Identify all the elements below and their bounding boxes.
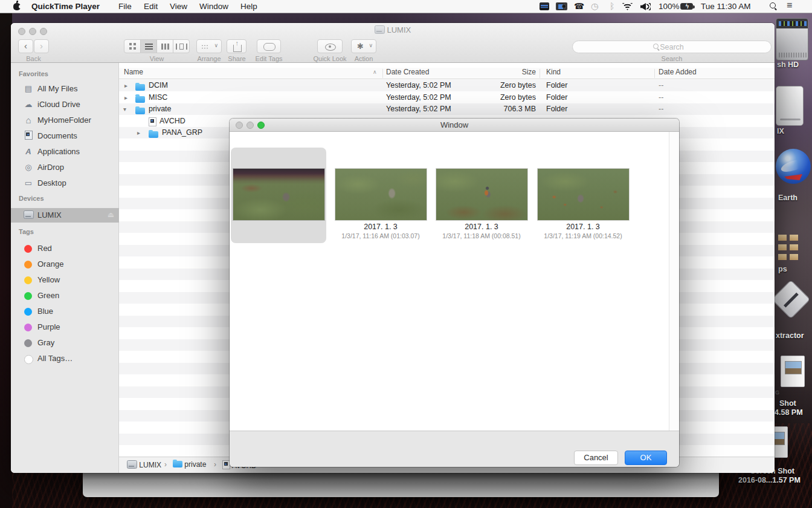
device-status-icon[interactable] (540, 2, 549, 10)
sidebar-tag-green[interactable]: Green (11, 288, 119, 303)
sidebar-item-desktop[interactable]: ▭ Desktop (11, 176, 119, 190)
google-earth-label[interactable]: Earth (778, 194, 798, 202)
sidebar-tag-yellow[interactable]: Yellow (11, 273, 119, 287)
column-header-name[interactable]: Name (124, 68, 143, 76)
wifi-icon[interactable] (622, 3, 633, 10)
column-header-date-created[interactable]: Date Created (386, 68, 429, 76)
column-header-date-added[interactable]: Date Added (659, 68, 697, 76)
spotlight-icon[interactable] (770, 2, 778, 10)
ok-button[interactable]: OK (625, 451, 667, 465)
disclosure-closed-icon[interactable]: ▸ (124, 92, 127, 104)
table-row-dcim[interactable]: ▸ DCIM Yesterday, 5:02 PM Zero bytes Fol… (119, 80, 775, 92)
clip-item-4[interactable]: 2017. 1. 3 1/3/17, 11:19 AM (00:14.52) (535, 148, 631, 264)
phone-status-icon[interactable]: ☎ (574, 1, 584, 11)
clip-thumbnail[interactable] (436, 169, 527, 220)
view-icons-segment[interactable] (124, 40, 141, 53)
quick-look-button[interactable] (317, 39, 343, 53)
chips-app-icon[interactable] (778, 235, 799, 262)
screen: sh HD IX Earth ps xtractor G Shot 4.58 P… (0, 0, 812, 508)
disclosure-closed-icon[interactable]: ▸ (137, 127, 140, 139)
clip-item-2[interactable]: 2017. 1. 3 1/3/17, 11:16 AM (01:03.07) (333, 148, 428, 264)
sidebar-item-applications[interactable]: A Applications (11, 145, 119, 159)
battery-icon[interactable]: ϟ (680, 3, 693, 10)
clip-thumbnail[interactable] (538, 169, 629, 220)
clip-thumbnail[interactable] (233, 169, 324, 220)
column-divider[interactable] (654, 69, 655, 78)
view-columns-segment[interactable] (157, 40, 173, 53)
view-list-segment[interactable] (141, 40, 157, 53)
table-row-misc[interactable]: ▸ MISC Yesterday, 5:02 PM Zero bytes Fol… (119, 92, 775, 104)
minimize-button[interactable] (246, 122, 254, 129)
google-earth-icon[interactable] (776, 149, 811, 184)
menu-view[interactable]: View (170, 2, 187, 11)
screenshot-file-icon-1[interactable] (781, 356, 805, 387)
clip-item-3[interactable]: 2017. 1. 3 1/3/17, 11:18 AM (00:08.51) (434, 148, 529, 264)
sidebar-tag-orange[interactable]: Orange (11, 257, 119, 272)
search-input[interactable] (572, 41, 772, 53)
sidebar-tag-purple[interactable]: Purple (11, 320, 119, 334)
sidebar-tag-blue[interactable]: Blue (11, 304, 119, 319)
path-item-lumix[interactable]: LUMIX (127, 460, 161, 469)
share-label: Share (224, 55, 250, 62)
sidebar-item-lumix-device[interactable]: LUMIX ⏏ (11, 208, 119, 223)
macintosh-hd-icon[interactable] (776, 18, 808, 60)
path-item-private[interactable]: private (173, 460, 206, 469)
edit-tags-button[interactable] (257, 39, 281, 53)
search-icon (653, 44, 660, 50)
eject-icon[interactable]: ⏏ (108, 210, 114, 219)
sidebar-item-all-my-files[interactable]: ▤ All My Files (11, 82, 119, 96)
sidebar-item-icloud-drive[interactable]: ☁ iCloud Drive (11, 97, 119, 112)
scrollbar[interactable] (669, 132, 679, 431)
extractor-app-label[interactable]: xtractor (776, 331, 804, 340)
menu-bar-clock[interactable]: Tue 11:30 AM (701, 2, 751, 11)
menu-window[interactable]: Window (199, 2, 228, 11)
disclosure-closed-icon[interactable]: ▸ (124, 80, 127, 92)
close-button[interactable] (236, 122, 243, 129)
sidebar-item-home[interactable]: ⌂ MyHomeFolder (11, 113, 119, 128)
date-created-cell: Yesterday, 5:02 PM (386, 80, 451, 92)
sidebar-tag-all-tags[interactable]: All Tags… (11, 351, 119, 366)
camera-status-icon[interactable] (556, 2, 567, 10)
clip-thumbnail[interactable] (335, 169, 427, 220)
chips-app-label[interactable]: ps (778, 265, 787, 273)
arrange-button[interactable]: ∨ (196, 39, 222, 53)
notification-center-icon[interactable]: ≡ (787, 1, 792, 10)
share-button[interactable] (227, 39, 246, 53)
macintosh-hd-label[interactable]: sh HD (777, 60, 799, 69)
forward-button[interactable]: › (34, 39, 49, 53)
column-divider[interactable] (382, 69, 383, 78)
table-row-private[interactable]: ▾ private Yesterday, 5:02 PM 706.3 MB Fo… (119, 103, 775, 116)
sidebar-item-airdrop[interactable]: ◎ AirDrop (11, 160, 119, 175)
screenshot-1-label-line2[interactable]: 4.58 PM (775, 408, 803, 417)
menu-file[interactable]: File (118, 2, 132, 11)
volume-icon[interactable] (640, 3, 646, 10)
view-coverflow-segment[interactable] (173, 40, 189, 53)
menu-help[interactable]: Help (240, 2, 257, 11)
column-header-kind[interactable]: Kind (546, 68, 561, 76)
disclosure-open-icon[interactable]: ▾ (123, 103, 126, 116)
sidebar-tag-red[interactable]: Red (11, 241, 119, 256)
menu-edit[interactable]: Edit (144, 2, 158, 11)
column-header-size[interactable]: Size (482, 68, 536, 76)
clip-title: 2017. 1. 3 (535, 222, 631, 232)
time-machine-icon[interactable]: ◷ (591, 1, 598, 11)
screenshot-1-label-line1[interactable]: Shot (779, 399, 796, 408)
bluetooth-icon[interactable]: ᛒ (610, 1, 614, 11)
lumix-volume-label[interactable]: IX (777, 127, 784, 135)
lumix-volume-icon[interactable] (776, 86, 804, 126)
column-divider[interactable] (540, 69, 540, 78)
back-button[interactable]: ‹ (18, 39, 33, 53)
sidebar-item-documents[interactable]: Documents (11, 129, 119, 143)
clip-item-1[interactable]: 2017. 1. 3 1/3/17, 11:13 AM (02:34.65) (231, 148, 326, 264)
arrange-label: Arrange (192, 55, 226, 62)
background-window[interactable] (83, 473, 719, 497)
app-menu-title[interactable]: QuickTime Player (31, 2, 100, 11)
cancel-button[interactable]: Cancel (574, 451, 618, 465)
screenshot-2-label-line2[interactable]: 2016-08...1.57 PM (738, 476, 801, 484)
zoom-button[interactable] (257, 122, 265, 129)
size-cell: Zero bytes (482, 80, 536, 92)
apple-menu-icon[interactable] (13, 3, 21, 10)
sidebar-tag-gray[interactable]: Gray (11, 336, 119, 350)
yellow-tag-icon (24, 276, 32, 284)
action-button[interactable]: ✱ ∨ (351, 39, 376, 53)
